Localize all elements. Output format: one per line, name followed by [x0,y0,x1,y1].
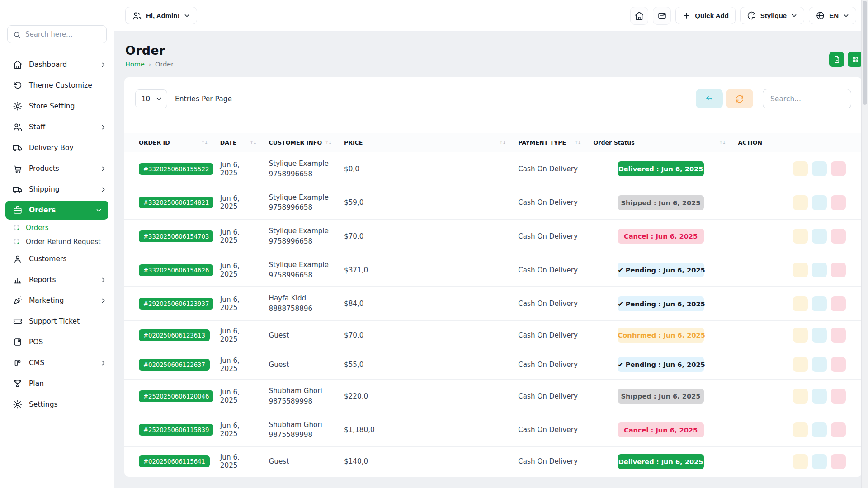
sidebar-subitem-order-refund-request[interactable]: Order Refund Request [0,235,114,249]
storefront-button[interactable] [630,7,648,25]
delete-order-button[interactable] [831,195,846,210]
pos-card-button[interactable] [653,7,671,25]
export-file-button[interactable] [829,52,844,67]
delete-order-button[interactable] [831,389,846,404]
column-header-date[interactable]: DATE↑↓ [213,133,262,152]
sort-icon[interactable]: ↑↓ [250,140,259,145]
sidebar-subitem-orders[interactable]: Orders [0,221,114,235]
sidebar-item-customers[interactable]: Customers [0,249,114,269]
sidebar-item-support-ticket[interactable]: Support Ticket [0,311,114,332]
order-id-badge[interactable]: #3320250606154626 [139,264,213,276]
order-id-badge[interactable]: #3320250606154821 [139,197,213,208]
edit-order-button[interactable] [812,161,827,176]
view-order-button[interactable] [793,389,808,404]
column-header-customer-info[interactable]: CUSTOMER INFO↑↓ [262,133,337,152]
view-order-button[interactable] [793,454,808,469]
admin-menu-button[interactable]: Hi, Admin! [125,7,197,24]
sidebar-item-settings[interactable]: Settings [0,394,114,415]
order-id-badge[interactable]: #020250606115641 [139,455,210,467]
view-order-button[interactable] [793,357,808,372]
refresh-button[interactable] [726,89,753,108]
sort-icon[interactable]: ↑↓ [201,140,210,145]
chart-icon [13,275,23,285]
entries-per-page-select[interactable]: 10 [135,89,167,108]
order-id-badge[interactable]: #3320250606155522 [139,163,213,175]
order-id-badge[interactable]: #020250606123613 [139,329,210,341]
delete-order-button[interactable] [831,161,846,176]
edit-order-button[interactable] [812,389,827,404]
sidebar-item-plan[interactable]: Plan [0,373,114,394]
sidebar-item-label: Support Ticket [29,317,80,325]
sidebar-item-marketing[interactable]: Marketing [0,290,114,311]
sidebar-search-input[interactable] [25,30,101,38]
sidebar-item-delivery-boy[interactable]: Delivery Boy [0,137,114,158]
order-id-badge[interactable]: #2920250606123937 [139,298,213,310]
sidebar-item-store-setting[interactable]: Store Setting [0,96,114,117]
delete-order-button[interactable] [831,229,846,244]
view-order-button[interactable] [793,422,808,437]
page-head: Order Home › Order [114,32,868,68]
delete-order-button[interactable] [831,454,846,469]
table-search-input[interactable] [763,89,851,108]
delete-order-button[interactable] [831,357,846,372]
scrollbar[interactable] [861,0,868,488]
table-header-row: ORDER ID↑↓DATE↑↓CUSTOMER INFO↑↓PRICE↑↓PA… [124,133,862,152]
order-id-badge[interactable]: #2520250606120046 [139,390,213,402]
view-order-button[interactable] [793,296,808,311]
edit-order-button[interactable] [812,296,827,311]
delete-order-button[interactable] [831,296,846,311]
edit-order-button[interactable] [812,195,827,210]
sidebar-item-cms[interactable]: CMS [0,352,114,373]
edit-order-button[interactable] [812,422,827,437]
order-status-badge: Shipped : Jun 6, 2025 [618,195,704,210]
column-header-order-status[interactable]: Order Status↑↓ [586,133,731,152]
sidebar-item-shipping[interactable]: Shipping [0,179,114,200]
sidebar-item-theme-customize[interactable]: Theme Customize [0,75,114,96]
sidebar-item-reports[interactable]: Reports [0,269,114,290]
breadcrumb-home-link[interactable]: Home [125,61,145,68]
quick-add-button[interactable]: Quick Add [675,7,735,24]
customer-phone: 9758996658 [269,270,334,281]
order-id-badge[interactable]: #2520250606115839 [139,424,213,436]
column-header-order-id[interactable]: ORDER ID↑↓ [124,133,213,152]
sidebar-item-pos[interactable]: POS [0,332,114,352]
delete-order-button[interactable] [831,328,846,343]
edit-order-button[interactable] [812,454,827,469]
edit-order-button[interactable] [812,328,827,343]
grid-view-button[interactable] [848,52,863,67]
order-status-badge: ✔Pending : Jun 6, 2025 [618,296,704,311]
gear-icon [13,399,23,409]
sidebar-item-dashboard[interactable]: Dashboard [0,54,114,75]
view-order-button[interactable] [793,229,808,244]
chevron-down-icon [156,95,162,102]
sort-icon[interactable]: ↑↓ [499,140,508,145]
undo-button[interactable] [696,89,723,108]
view-order-button[interactable] [793,161,808,176]
order-id-badge[interactable]: #020250606122637 [139,359,210,371]
customer-info-cell: Shubham Ghori 9875589998 [262,413,337,447]
edit-order-button[interactable] [812,357,827,372]
view-order-button[interactable] [793,263,808,277]
sidebar-item-staff[interactable]: Staff [0,117,114,137]
view-order-button[interactable] [793,328,808,343]
entries-value: 10 [142,95,150,103]
delete-order-button[interactable] [831,263,846,277]
order-id-badge[interactable]: #3320250606154703 [139,230,213,242]
sort-icon[interactable]: ↑↓ [325,140,334,145]
edit-order-button[interactable] [812,263,827,277]
payment-type-cell: Cash On Delivery [511,186,586,220]
sort-icon[interactable]: ↑↓ [719,140,728,145]
page-title: Order [125,43,174,57]
sort-icon[interactable]: ↑↓ [574,140,583,145]
language-button[interactable]: EN [809,7,856,24]
edit-order-button[interactable] [812,229,827,244]
store-switcher-button[interactable]: Stylique [740,7,804,24]
delete-order-button[interactable] [831,422,846,437]
column-header-price[interactable]: PRICE↑↓ [337,133,511,152]
sidebar-item-orders[interactable]: Orders [5,201,108,220]
scrollbar-thumb[interactable] [863,1,867,105]
view-order-button[interactable] [793,195,808,210]
sidebar-item-products[interactable]: Products [0,158,114,179]
sidebar-search[interactable] [7,25,107,43]
column-header-payment-type[interactable]: PAYMENT TYPE↑↓ [511,133,586,152]
